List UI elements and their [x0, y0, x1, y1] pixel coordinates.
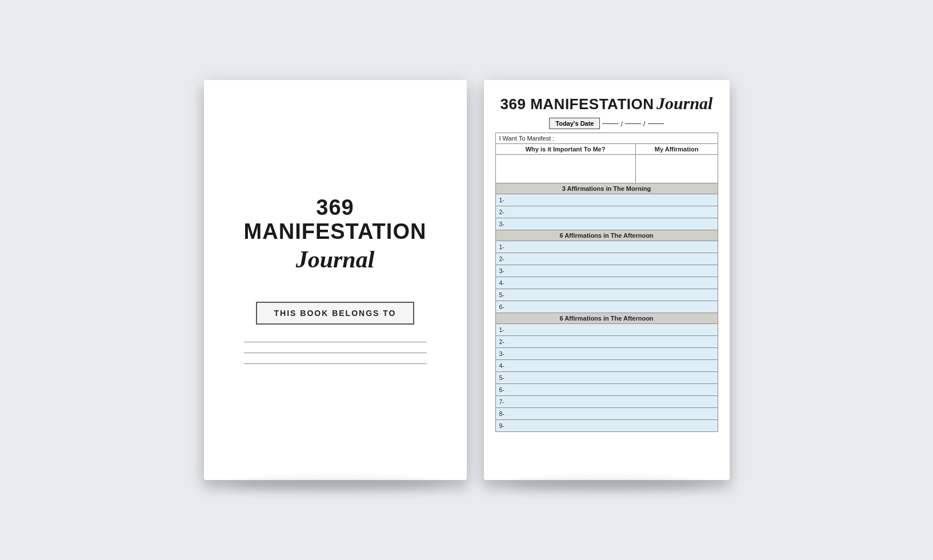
afternoon-header-row: 6 Affirmations in The Afternoon: [495, 230, 718, 241]
evening-header-row: 6 Affirmations in The Afternoon: [495, 313, 718, 324]
evening-cell-8: 8-: [495, 408, 718, 420]
evening-row-4: 4-: [495, 360, 718, 372]
morning-row-1: 1-: [495, 194, 718, 206]
input-area-row: [495, 155, 718, 183]
journal-header: 369 MANIFESTATION Journal: [495, 94, 718, 113]
affirmation-input-cell: [635, 155, 718, 183]
afternoon-cell-4: 4-: [495, 277, 718, 289]
afternoon-row-3: 3-: [495, 265, 718, 277]
morning-cell-2: 2-: [495, 206, 718, 218]
cover-title-script: Journal: [296, 246, 375, 273]
evening-header: 6 Affirmations in The Afternoon: [495, 313, 718, 324]
morning-row-2: 2-: [495, 206, 718, 218]
date-slash-2: /: [643, 119, 646, 128]
want-manifest-cell: I Want To Manifest :: [495, 133, 718, 144]
afternoon-row-5: 5-: [495, 289, 718, 301]
evening-cell-5: 5-: [495, 372, 718, 384]
afternoon-row-1: 1-: [495, 241, 718, 253]
belongs-to-text: THIS BOOK BELONGS TO: [274, 309, 397, 318]
main-container: 369 MANIFESTATION Journal THIS BOOK BELO…: [204, 80, 730, 480]
journal-title-bold: 369 MANIFESTATION: [500, 95, 654, 113]
journal-page: 369 MANIFESTATION Journal Today's Date /…: [484, 80, 730, 480]
date-field-2: [625, 123, 641, 124]
afternoon-cell-1: 1-: [495, 241, 718, 253]
cover-line-2: [244, 353, 427, 353]
journal-title-script: Journal: [656, 94, 712, 113]
evening-row-3: 3-: [495, 348, 718, 360]
cover-lines: [244, 342, 427, 364]
cover-page: 369 MANIFESTATION Journal THIS BOOK BELO…: [204, 80, 467, 480]
morning-header-row: 3 Affirmations in The Morning: [495, 183, 718, 194]
evening-cell-1: 1-: [495, 324, 718, 336]
evening-row-5: 5-: [495, 372, 718, 384]
column-headers-row: Why is it Important To Me? My Affirmatio…: [495, 144, 718, 155]
belongs-to-box: THIS BOOK BELONGS TO: [256, 302, 415, 325]
want-manifest-row: I Want To Manifest :: [495, 133, 718, 144]
afternoon-header: 6 Affirmations in The Afternoon: [495, 230, 718, 241]
evening-cell-7: 7-: [495, 396, 718, 408]
evening-row-7: 7-: [495, 396, 718, 408]
evening-cell-6: 6-: [495, 384, 718, 396]
afternoon-row-4: 4-: [495, 277, 718, 289]
cover-line-1: [244, 342, 427, 342]
morning-cell-1: 1-: [495, 194, 718, 206]
evening-row-6: 6-: [495, 384, 718, 396]
cover-line-3: [244, 363, 427, 364]
afternoon-cell-3: 3-: [495, 265, 718, 277]
evening-cell-9: 9-: [495, 420, 718, 432]
col-why-header: Why is it Important To Me?: [495, 144, 635, 155]
afternoon-row-6: 6-: [495, 301, 718, 313]
date-row: Today's Date / /: [495, 118, 718, 129]
afternoon-cell-6: 6-: [495, 301, 718, 313]
evening-row-9: 9-: [495, 420, 718, 432]
evening-row-2: 2-: [495, 336, 718, 348]
evening-cell-2: 2-: [495, 336, 718, 348]
main-table: I Want To Manifest : Why is it Important…: [495, 133, 718, 432]
evening-row-8: 8-: [495, 408, 718, 420]
evening-cell-4: 4-: [495, 360, 718, 372]
evening-row-1: 1-: [495, 324, 718, 336]
evening-cell-3: 3-: [495, 348, 718, 360]
date-field-1: [602, 123, 618, 124]
afternoon-cell-5: 5-: [495, 289, 718, 301]
morning-header: 3 Affirmations in The Morning: [495, 183, 718, 194]
col-affirmation-header: My Affirmation: [635, 144, 718, 155]
morning-row-3: 3-: [495, 218, 718, 230]
date-slash-1: /: [620, 119, 623, 128]
date-field-3: [648, 123, 664, 124]
cover-title-bold: 369 MANIFESTATION: [227, 196, 444, 244]
morning-cell-3: 3-: [495, 218, 718, 230]
date-label: Today's Date: [549, 118, 600, 129]
why-input-cell: [495, 155, 635, 183]
afternoon-cell-2: 2-: [495, 253, 718, 265]
afternoon-row-2: 2-: [495, 253, 718, 265]
